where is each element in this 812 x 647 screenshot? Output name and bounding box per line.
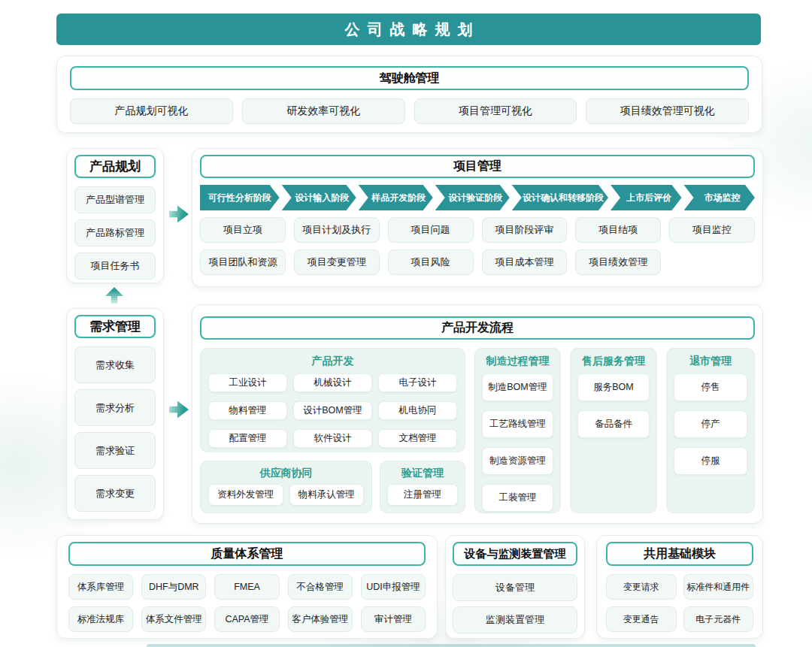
- pm-module: 项目团队和资源: [200, 249, 286, 275]
- quality-item: 体系文件管理: [141, 606, 206, 632]
- mfg-item: 工艺路线管理: [482, 410, 553, 438]
- phase-chevron: 设计验证阶段: [435, 185, 510, 210]
- phase-chevron: 可行性分析阶段: [200, 185, 280, 210]
- quality-item: 不合格管理: [288, 574, 353, 600]
- cockpit-item: 项目绩效管理可视化: [586, 98, 749, 124]
- phase-chevron: 设计输入阶段: [282, 185, 356, 210]
- cropped-banner-edge: [147, 644, 756, 647]
- retire-item: 停产: [674, 410, 747, 438]
- dev-item: 工业设计: [208, 373, 287, 392]
- equipment-title: 设备与监测装置管理: [453, 542, 577, 566]
- pm-module: 项目成本管理: [482, 249, 568, 275]
- quality-item: 体系库管理: [68, 574, 133, 600]
- quality-item: DHF与DMR: [141, 574, 206, 600]
- dev-process-title: 产品开发流程: [200, 316, 755, 340]
- mfg-item: 制造BOM管理: [482, 373, 553, 401]
- group-product-dev-title: 产品开发: [208, 353, 457, 368]
- quality-item: CAPA管理: [214, 606, 279, 632]
- group-after-sales-title: 售后服务管理: [577, 353, 650, 368]
- dev-item: 机械设计: [293, 373, 372, 392]
- cockpit-title: 驾驶舱管理: [70, 66, 749, 90]
- pm-module: 项目风险: [388, 249, 474, 275]
- equipment-item: 监测装置管理: [453, 606, 577, 633]
- section-project-management: 项目管理 可行性分析阶段 设计输入阶段 样品开发阶段 设计验证阶段 设计确认和转…: [192, 148, 763, 287]
- supplier-item: 资料外发管理: [208, 484, 283, 506]
- common-item: 变更请求: [606, 574, 677, 600]
- dev-item: 物料管理: [208, 401, 287, 420]
- phase-chevron: 设计确认和转移阶段: [512, 185, 608, 210]
- cockpit-items-row: 产品规划可视化 研发效率可视化 项目管理可视化 项目绩效管理可视化: [70, 98, 749, 124]
- group-supplier-collab: 供应商协同 资料外发管理 物料承认管理: [200, 461, 372, 513]
- supplier-item: 物料承认管理: [289, 484, 365, 506]
- cockpit-item: 项目管理可视化: [414, 98, 577, 124]
- supplier-items-row: 资料外发管理 物料承认管理: [208, 484, 364, 506]
- verify-item: 注册管理: [387, 484, 458, 506]
- quality-item: FMEA: [214, 574, 279, 600]
- quality-item: 标准法规库: [68, 606, 133, 632]
- section-product-planning: 产品规划 产品型谱管理 产品路标管理 项目任务书: [66, 148, 164, 283]
- group-retirement-title: 退市管理: [674, 353, 747, 368]
- project-phase-bar: 可行性分析阶段 设计输入阶段 样品开发阶段 设计验证阶段 设计确认和转移阶段 上…: [200, 185, 755, 210]
- group-after-sales: 售后服务管理 服务BOM 备品备件: [570, 348, 657, 513]
- cockpit-item: 研发效率可视化: [242, 98, 405, 124]
- arrow-right-icon: [169, 204, 189, 224]
- common-modules-title: 共用基础模块: [606, 542, 753, 566]
- pm-module: 项目变更管理: [294, 249, 380, 275]
- arrow-right-icon: [169, 400, 189, 419]
- pm-module: 项目阶段评审: [482, 217, 568, 243]
- pm-module: 项目计划及执行: [294, 217, 380, 243]
- common-item: 电子元器件: [683, 606, 754, 632]
- product-dev-grid: 工业设计 机械设计 电子设计 物料管理 设计BOM管理 机电协同 配置管理 软件…: [208, 373, 457, 448]
- dev-item: 配置管理: [208, 429, 287, 448]
- project-management-title: 项目管理: [200, 155, 755, 178]
- phase-chevron: 样品开发阶段: [359, 185, 433, 210]
- group-retirement: 退市管理 停售 停产 停服: [666, 348, 755, 513]
- planning-item: 产品型谱管理: [74, 186, 156, 213]
- req-item: 需求收集: [74, 346, 156, 383]
- pm-module: 项目监控: [669, 217, 755, 243]
- pm-module: 项目结项: [575, 217, 661, 243]
- section-quality-system: 质量体系管理 体系库管理 DHF与DMR FMEA 不合格管理 UDI申报管理 …: [56, 535, 438, 639]
- group-supplier-title: 供应商协同: [208, 465, 364, 480]
- retire-item: 停售: [674, 373, 747, 401]
- service-item: 备品备件: [577, 410, 650, 438]
- section-common-modules: 共用基础模块 变更请求 标准件和通用件 变更通告 电子元器件: [596, 535, 763, 639]
- planning-item: 产品路标管理: [74, 219, 156, 246]
- service-item: 服务BOM: [577, 373, 650, 401]
- dev-item: 机电协同: [378, 401, 457, 420]
- group-manufacturing: 制造过程管理 制造BOM管理 工艺路线管理 制造资源管理 工装管理: [474, 348, 561, 513]
- quality-grid: 体系库管理 DHF与DMR FMEA 不合格管理 UDI申报管理 标准法规库 体…: [68, 574, 426, 632]
- quality-title: 质量体系管理: [68, 542, 426, 566]
- arrow-up-icon: [105, 287, 123, 304]
- requirements-title: 需求管理: [74, 315, 156, 338]
- section-requirements-management: 需求管理 需求收集 需求分析 需求验证 需求变更: [66, 308, 164, 520]
- req-item: 需求验证: [74, 432, 156, 469]
- pm-module: 项目问题: [388, 217, 474, 243]
- req-item: 需求分析: [74, 389, 156, 426]
- phase-chevron: 上市后评价: [611, 185, 682, 210]
- planning-item: 项目任务书: [74, 252, 156, 280]
- strategic-planning-diagram: 公司战略规划 驾驶舱管理 产品规划可视化 研发效率可视化 项目管理可视化 项目绩…: [0, 0, 812, 647]
- section-product-dev-process: 产品开发流程 产品开发 工业设计 机械设计 电子设计 物料管理 设计BOM管理 …: [192, 304, 763, 524]
- common-modules-grid: 变更请求 标准件和通用件 变更通告 电子元器件: [606, 574, 753, 632]
- section-cockpit-management: 驾驶舱管理 产品规划可视化 研发效率可视化 项目管理可视化 项目绩效管理可视化: [56, 56, 762, 133]
- group-verification-title: 验证管理: [387, 465, 458, 480]
- common-item: 标准件和通用件: [683, 574, 754, 600]
- common-item: 变更通告: [606, 606, 677, 632]
- quality-item: 审计管理: [361, 606, 426, 632]
- section-equipment-monitoring: 设备与监测装置管理 设备管理 监测装置管理: [445, 535, 585, 639]
- mfg-item: 制造资源管理: [482, 447, 553, 475]
- dev-item: 设计BOM管理: [293, 401, 372, 420]
- group-verification: 验证管理 注册管理: [380, 461, 465, 513]
- pm-module: 项目绩效管理: [575, 249, 661, 275]
- group-product-dev: 产品开发 工业设计 机械设计 电子设计 物料管理 设计BOM管理 机电协同 配置…: [200, 348, 465, 452]
- cockpit-item: 产品规划可视化: [70, 98, 233, 124]
- dev-item: 电子设计: [378, 373, 457, 392]
- quality-item: 客户体验管理: [288, 606, 353, 632]
- pm-module: 项目立项: [200, 217, 286, 243]
- dev-item: 软件设计: [293, 429, 372, 448]
- product-planning-title: 产品规划: [74, 155, 156, 178]
- banner-company-strategy: 公司战略规划: [56, 14, 761, 45]
- req-item: 需求变更: [74, 475, 156, 512]
- mfg-item: 工装管理: [482, 484, 553, 512]
